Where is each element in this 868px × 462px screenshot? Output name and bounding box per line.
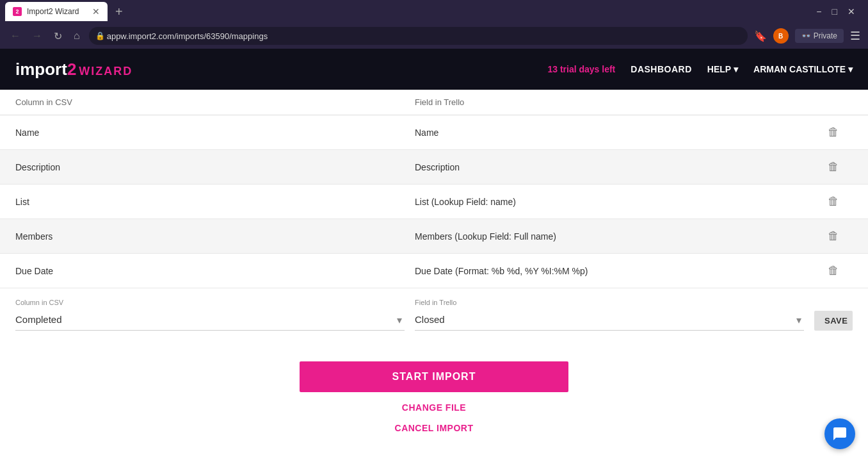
mapping-table-header: Column in CSV Field in Trello: [0, 90, 868, 115]
csv-cell: Due Date: [15, 266, 415, 276]
action-section: START IMPORT CHANGE FILE CANCEL IMPORT: [0, 341, 868, 454]
trello-cell: Due Date (Format: %b %d, %Y %I:%M %p): [415, 266, 814, 276]
table-row: Description Description 🗑: [0, 150, 868, 185]
trello-field-group: Field in Trello Closed Name Description …: [415, 299, 804, 331]
csv-cell: Members: [15, 231, 415, 242]
save-mapping-button[interactable]: SAVE: [814, 311, 853, 331]
help-label: HELP: [707, 64, 731, 74]
header-right: 13 trial days left DASHBOARD HELP ▾ ARMA…: [547, 64, 853, 74]
url-bar-wrap: 🔒: [89, 27, 748, 45]
csv-cell: List: [15, 197, 415, 207]
delete-row-button[interactable]: 🗑: [814, 264, 853, 277]
tab-favicon: 2: [13, 7, 22, 16]
table-row: List List (Lookup Field: name) 🗑: [0, 185, 868, 219]
delete-row-button[interactable]: 🗑: [814, 160, 853, 174]
new-tab-button[interactable]: +: [110, 4, 128, 19]
logo: import2 WIZARD: [15, 60, 133, 79]
chat-widget-button[interactable]: [824, 418, 855, 449]
app-header: import2 WIZARD 13 trial days left DASHBO…: [0, 49, 868, 90]
brave-shield-icon[interactable]: B: [773, 28, 789, 44]
url-input[interactable]: [89, 27, 748, 45]
logo-wizard-text: WIZARD: [79, 65, 133, 78]
tab-title: Import2 Wizard: [27, 7, 79, 16]
col-trello-header: Field in Trello: [415, 97, 814, 107]
private-mode-button[interactable]: 👓 Private: [795, 29, 844, 43]
active-tab[interactable]: 2 Import2 Wizard ✕: [5, 2, 108, 21]
minimize-button[interactable]: −: [816, 6, 821, 17]
delete-row-button[interactable]: 🗑: [814, 126, 853, 139]
close-button[interactable]: ✕: [848, 6, 855, 17]
logo-2-text: 2: [67, 60, 76, 79]
trial-days-text: 13 trial days left: [547, 64, 615, 74]
private-label: Private: [814, 31, 837, 40]
help-menu[interactable]: HELP ▾: [707, 64, 738, 74]
new-mapping-row: Column in CSV Completed Name Description…: [0, 288, 868, 341]
table-row: Members Members (Lookup Field: Full name…: [0, 219, 868, 254]
user-chevron-icon: ▾: [848, 64, 853, 74]
maximize-button[interactable]: □: [832, 6, 837, 17]
table-row: Due Date Due Date (Format: %b %d, %Y %I:…: [0, 254, 868, 288]
csv-column-label: Column in CSV: [15, 299, 405, 306]
tab-close-button[interactable]: ✕: [92, 6, 100, 17]
csv-field-group: Column in CSV Completed Name Description…: [15, 299, 405, 331]
delete-row-button[interactable]: 🗑: [814, 229, 853, 243]
csv-cell: Description: [15, 162, 415, 172]
window-controls: − □ ✕: [816, 6, 863, 17]
user-label: ARMAN CASTILLOTE: [753, 64, 846, 74]
logo-import-text: import: [15, 60, 67, 79]
trello-select-wrap: Closed Name Description List Members Due…: [415, 309, 804, 331]
reload-button[interactable]: ↻: [51, 28, 65, 45]
delete-row-button[interactable]: 🗑: [814, 195, 853, 208]
mapping-table: Column in CSV Field in Trello Name Name …: [0, 90, 868, 341]
bookmark-icon[interactable]: 🔖: [754, 30, 767, 42]
start-import-button[interactable]: START IMPORT: [300, 361, 568, 392]
col-csv-header: Column in CSV: [15, 97, 415, 107]
csv-cell: Name: [15, 128, 415, 138]
trello-cell: Description: [415, 162, 814, 172]
address-bar: ← → ↻ ⌂ 🔒 🔖 B 👓 Private ☰: [0, 23, 868, 49]
glasses-icon: 👓: [801, 31, 811, 40]
menu-button[interactable]: ☰: [850, 29, 860, 43]
forward-button[interactable]: →: [29, 28, 45, 44]
app-content: import2 WIZARD 13 trial days left DASHBO…: [0, 49, 868, 462]
change-file-button[interactable]: CHANGE FILE: [402, 402, 466, 413]
trello-cell: Members (Lookup Field: Full name): [415, 231, 814, 242]
cancel-import-button[interactable]: CANCEL IMPORT: [395, 423, 474, 433]
trello-cell: Name: [415, 128, 814, 138]
lock-icon: 🔒: [95, 31, 105, 40]
browser-window: 2 Import2 Wizard ✕ + − □ ✕ ← → ↻ ⌂ 🔒 🔖 B…: [0, 0, 868, 462]
csv-select-wrap: Completed Name Description List Members …: [15, 309, 405, 331]
chat-icon: [832, 426, 848, 441]
dashboard-link[interactable]: DASHBOARD: [631, 64, 692, 74]
help-chevron-icon: ▾: [734, 64, 738, 74]
tab-bar: 2 Import2 Wizard ✕ + − □ ✕: [0, 0, 868, 23]
user-menu[interactable]: ARMAN CASTILLOTE ▾: [753, 64, 853, 74]
main-content: Column in CSV Field in Trello Name Name …: [0, 90, 868, 462]
trello-field-label: Field in Trello: [415, 299, 804, 306]
csv-column-select[interactable]: Completed Name Description List Members …: [15, 309, 405, 331]
home-button[interactable]: ⌂: [71, 28, 83, 44]
col-actions-header: [814, 97, 853, 107]
back-button[interactable]: ←: [8, 28, 23, 44]
table-row: Name Name 🗑: [0, 115, 868, 150]
trello-field-select[interactable]: Closed Name Description List Members Due…: [415, 309, 804, 331]
trello-cell: List (Lookup Field: name): [415, 197, 814, 207]
